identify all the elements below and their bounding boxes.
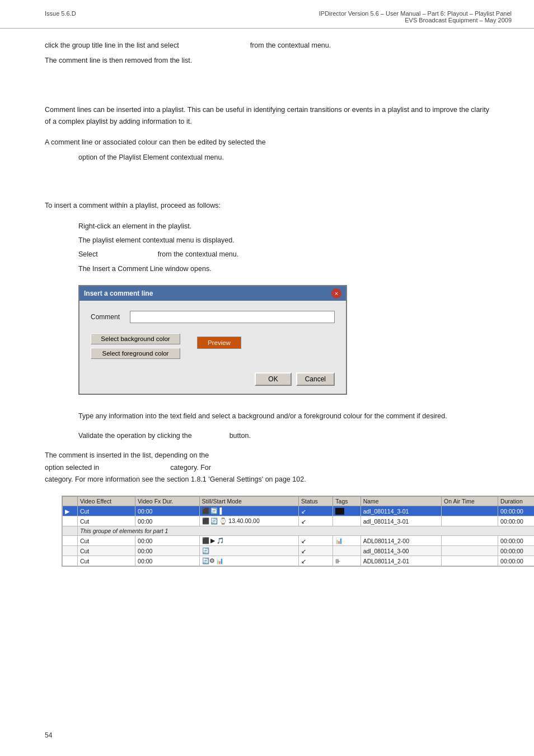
intro-para2b: option of the Playlist Element contextua… <box>45 152 489 164</box>
row-tags: ⊪ <box>333 556 360 566</box>
row-status: ↙ <box>299 506 333 516</box>
step3-menu-ref <box>100 249 156 260</box>
row-fx-dur: 00:00 <box>135 506 200 516</box>
content-area: click the group title line in the list a… <box>0 34 534 582</box>
row-arrow <box>63 556 78 566</box>
col-header-video-fx-dur: Video Fx Dur. <box>135 497 200 506</box>
row-duration: 00:00:00 <box>498 556 534 566</box>
category-gap <box>101 462 168 474</box>
row-fx-dur: 00:00 <box>135 546 200 556</box>
row-duration: 00:00:00 <box>498 516 534 526</box>
para-removed: The comment line is then removed from th… <box>45 55 489 67</box>
play-icon: ▶ <box>65 508 69 515</box>
col-header-status: Status <box>299 497 333 506</box>
procedure-intro: To insert a comment within a playlist, p… <box>45 200 489 212</box>
after-dialog-3c-end: category. For more information see the s… <box>45 475 306 483</box>
row-status: ↙ <box>299 556 333 566</box>
row-arrow <box>63 516 78 526</box>
para1-text: click the group title line in the list a… <box>45 41 179 49</box>
after-dialog-3-text: The comment is inserted in the list, dep… <box>45 451 209 459</box>
row-still-mode: ⬛ 🔄 ⌚ 13.40.00.00 <box>199 516 298 526</box>
comment-input[interactable] <box>130 311 335 323</box>
row-name: ADL080114_2-00 <box>360 536 441 546</box>
after-dialog-2b: button. <box>229 432 251 440</box>
table-row: ▶ Cut 00:00 ⬛ 🔄 ▌ ↙ adl_080114_3-01 00:0… <box>63 506 535 516</box>
col-header-still-start: Still/Start Mode <box>199 497 298 506</box>
row-on-air <box>442 546 498 556</box>
insert-comment-dialog: Insert a comment line × Comment Select b… <box>78 285 347 395</box>
para1-end: from the contextual menu. <box>250 41 331 49</box>
step3-prefix: Select <box>78 250 98 258</box>
preview-button[interactable]: Preview <box>197 337 241 349</box>
after-dialog-3c-start: category. For <box>170 464 211 472</box>
dialog-title: Insert a comment line <box>84 290 153 297</box>
row-on-air <box>442 516 498 526</box>
after-dialog-3: The comment is inserted in the list, dep… <box>45 450 489 486</box>
comment-label: Comment <box>91 313 130 321</box>
dialog-wrapper: Insert a comment line × Comment Select b… <box>78 285 489 395</box>
dialog-buttons-area: Select background color Select foregroun… <box>91 333 335 359</box>
table-header-row: Video Effect Video Fx Dur. Still/Start M… <box>63 497 535 506</box>
row-tags <box>333 546 360 556</box>
status-icon3: ↙ <box>301 538 306 544</box>
select-foreground-color-button[interactable]: Select foreground color <box>91 348 180 359</box>
after-dialog-2-text: Validate the operation by clicking the <box>78 432 192 440</box>
status-icon4: ↙ <box>301 548 306 554</box>
ok-gap <box>194 430 227 442</box>
row-fx-dur: 00:00 <box>135 516 200 526</box>
still-icons5: 🔄⚙ 📊 <box>202 557 224 564</box>
col-header-video-effect: Video Effect <box>77 497 135 506</box>
row-tags <box>333 506 360 516</box>
header-right: IPDirector Version 5.6 – User Manual – P… <box>319 10 512 24</box>
comment-row: Comment <box>91 311 335 323</box>
row-status: ↙ <box>299 516 333 526</box>
row-duration: 00:00:00 <box>498 506 534 516</box>
cancel-button[interactable]: Cancel <box>296 372 335 386</box>
step1: Right-click an element in the playlist. <box>45 221 489 232</box>
col-header-name: Name <box>360 497 441 506</box>
step3: Select from the contextual menu. <box>45 249 489 260</box>
header-subtitle: EVS Broadcast Equipment – May 2009 <box>319 17 512 24</box>
row-still-mode: ⬛ 🔄 ▌ <box>199 506 298 516</box>
row-tags: 📊 <box>333 536 360 546</box>
status-icon5: ↙ <box>301 558 306 564</box>
status-icon: ↙ <box>301 508 306 515</box>
ok-button[interactable]: OK <box>255 372 291 386</box>
row-on-air <box>442 536 498 546</box>
para-remove-comment: click the group title line in the list a… <box>45 40 489 52</box>
color-buttons-group: Select background color Select foregroun… <box>91 333 180 359</box>
tag-icon5: ⊪ <box>335 558 341 564</box>
row-duration: 00:00:00 <box>498 546 534 556</box>
step2: The playlist element contextual menu is … <box>45 235 489 246</box>
intro-para1: Comment lines can be inserted into a pla… <box>45 104 489 128</box>
menu-ref-gap <box>181 40 248 52</box>
row-still-mode: ⬛ ▶ 🎵 <box>199 536 298 546</box>
issue-label: Issue 5.6.D <box>45 10 76 17</box>
status-icon2: ↙ <box>301 518 306 525</box>
step4: The Insert a Comment Line window opens. <box>45 263 489 275</box>
row-name: ADL080114_2-01 <box>360 556 441 566</box>
step3-suffix: from the contextual menu. <box>158 250 239 258</box>
row-status: ↙ <box>299 546 333 556</box>
row-effect: Cut <box>77 516 135 526</box>
row-effect: Cut <box>77 546 135 556</box>
col-header-tags: Tags <box>333 497 360 506</box>
row-fx-dur: 00:00 <box>135 536 200 546</box>
dialog-footer: OK Cancel <box>91 370 335 386</box>
select-background-color-button[interactable]: Select background color <box>91 333 180 344</box>
page-number: 54 <box>45 731 52 739</box>
row-fx-dur: 00:00 <box>135 556 200 566</box>
table-row: Cut 00:00 🔄 ↙ adl_080114_3-00 00:00:00 <box>63 546 535 556</box>
dialog-close-button[interactable]: × <box>331 288 341 298</box>
table-row: Cut 00:00 ⬛ ▶ 🎵 ↙ 📊 ADL080114_2-00 00:00… <box>63 536 535 546</box>
after-dialog-2: Validate the operation by clicking the b… <box>45 430 489 442</box>
table-row: Cut 00:00 ⬛ 🔄 ⌚ 13.40.00.00 ↙ adl_080114… <box>63 516 535 526</box>
row-still-mode: 🔄⚙ 📊 <box>199 556 298 566</box>
row-arrow <box>63 536 78 546</box>
row-on-air <box>442 556 498 566</box>
col-header-duration: Duration <box>498 497 534 506</box>
after-dialog-1: Type any information into the text field… <box>45 410 489 422</box>
still-icons: ⬛ 🔄 ▌ <box>202 507 224 514</box>
intro-para2: A comment line or associated colour can … <box>45 137 489 148</box>
tag-bar-icon: 📊 <box>335 537 343 544</box>
